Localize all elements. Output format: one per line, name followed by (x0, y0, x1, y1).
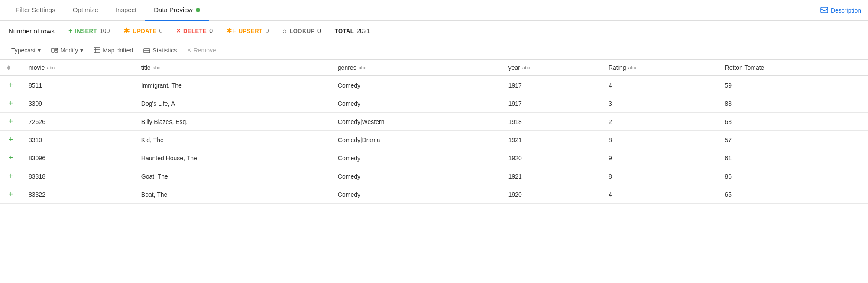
remove-label: Remove (194, 47, 216, 54)
svg-rect-1 (52, 48, 54, 52)
top-nav: Filter Settings Optimize Inspect Data Pr… (0, 0, 868, 21)
genres-col-label: genres (338, 64, 356, 71)
delete-count: 0 (209, 27, 213, 34)
row-count-label: Number of rows (9, 27, 55, 35)
row-genres: Comedy (331, 76, 502, 94)
lookup-stat: ⌕ LOOKUP 0 (282, 27, 321, 35)
upsert-icon: ✱+ (227, 27, 236, 35)
row-insert-action[interactable]: + (0, 113, 22, 131)
update-name: UPDATE (133, 28, 156, 34)
row-insert-action[interactable]: + (0, 94, 22, 113)
movie-col-label: movie (29, 64, 45, 71)
row-rotten: 86 (718, 167, 868, 185)
map-drifted-button[interactable]: Map drifted (89, 45, 137, 55)
statistics-icon (143, 47, 150, 54)
table-row: +8511Immigrant, TheComedy1917459 (0, 76, 868, 94)
tab-filter-settings-label: Filter Settings (16, 6, 55, 13)
statistics-button[interactable]: Statistics (139, 45, 181, 55)
svg-rect-2 (55, 48, 58, 50)
modify-icon (51, 47, 58, 54)
title-col-header[interactable]: title abc (134, 60, 331, 76)
table-row: +83318Goat, TheComedy1921886 (0, 167, 868, 185)
svg-rect-7 (144, 49, 150, 53)
row-rating: 4 (602, 76, 718, 94)
year-col-label: year (508, 64, 520, 71)
row-year: 1917 (502, 94, 602, 113)
lookup-name: LOOKUP (289, 28, 315, 34)
row-year: 1920 (502, 185, 602, 204)
tab-filter-settings[interactable]: Filter Settings (7, 0, 64, 21)
table-row: +83096Haunted House, TheComedy1920961 (0, 149, 868, 167)
tab-optimize[interactable]: Optimize (64, 0, 107, 21)
row-rotten: 61 (718, 149, 868, 167)
table-header-row: movie abc title abc genres abc (0, 60, 868, 76)
map-drifted-icon (94, 47, 100, 54)
svg-rect-4 (94, 48, 100, 53)
map-drifted-label: Map drifted (103, 47, 133, 54)
tab-optimize-label: Optimize (73, 6, 98, 13)
row-genres: Comedy|Western (331, 113, 502, 131)
row-year: 1917 (502, 76, 602, 94)
modify-label: Modify (60, 47, 78, 54)
table-row: +72626Billy Blazes, Esq.Comedy|Western19… (0, 113, 868, 131)
rotten-col-header[interactable]: Rotton Tomate (718, 60, 868, 76)
row-genres: Comedy (331, 94, 502, 113)
upsert-count: 0 (265, 27, 269, 34)
typecast-dropdown-icon: ▾ (38, 47, 41, 54)
row-rotten: 83 (718, 94, 868, 113)
toolbar: Typecast ▾ Modify ▾ Map drifted Statisti… (0, 41, 868, 60)
row-year: 1921 (502, 131, 602, 149)
row-movie: 72626 (22, 113, 134, 131)
total-label: TOTAL (335, 28, 354, 34)
delete-name: DELETE (183, 28, 207, 34)
row-rotten: 65 (718, 185, 868, 204)
description-button[interactable]: Description (820, 7, 861, 14)
sort-icon[interactable] (7, 65, 10, 70)
row-title: Goat, The (134, 167, 331, 185)
typecast-button[interactable]: Typecast ▾ (7, 45, 45, 55)
row-rotten: 57 (718, 131, 868, 149)
row-title: Dog's Life, A (134, 94, 331, 113)
row-insert-action[interactable]: + (0, 131, 22, 149)
typecast-label: Typecast (11, 47, 36, 54)
movie-col-header[interactable]: movie abc (22, 60, 134, 76)
row-year: 1921 (502, 167, 602, 185)
rating-col-header[interactable]: Rating abc (602, 60, 718, 76)
sort-col-header[interactable] (0, 60, 22, 76)
genres-col-header[interactable]: genres abc (331, 60, 502, 76)
row-title: Haunted House, The (134, 149, 331, 167)
tab-inspect[interactable]: Inspect (107, 0, 145, 21)
update-count: 0 (159, 27, 163, 34)
row-movie: 3309 (22, 94, 134, 113)
statistics-label: Statistics (152, 47, 177, 54)
title-col-label: title (141, 64, 151, 71)
total-stat: TOTAL 2021 (335, 27, 370, 34)
row-insert-action[interactable]: + (0, 149, 22, 167)
remove-button[interactable]: × Remove (183, 45, 220, 56)
table-body: +8511Immigrant, TheComedy1917459+3309Dog… (0, 76, 868, 204)
row-genres: Comedy (331, 149, 502, 167)
table-row: +3310Kid, TheComedy|Drama1921857 (0, 131, 868, 149)
tab-data-preview[interactable]: Data Preview (145, 0, 209, 21)
rating-col-label: Rating (609, 64, 626, 71)
row-genres: Comedy (331, 185, 502, 204)
row-rotten: 63 (718, 113, 868, 131)
year-col-type: abc (522, 65, 530, 70)
row-year: 1918 (502, 113, 602, 131)
table-row: +83322Boat, TheComedy1920465 (0, 185, 868, 204)
row-insert-action[interactable]: + (0, 185, 22, 204)
row-title: Boat, The (134, 185, 331, 204)
insert-count: 100 (100, 27, 110, 34)
row-year: 1920 (502, 149, 602, 167)
row-insert-action[interactable]: + (0, 76, 22, 94)
description-label: Description (831, 7, 861, 14)
row-title: Kid, The (134, 131, 331, 149)
year-col-header[interactable]: year abc (502, 60, 602, 76)
row-rotten: 59 (718, 76, 868, 94)
row-insert-action[interactable]: + (0, 167, 22, 185)
remove-icon: × (187, 46, 191, 54)
modify-button[interactable]: Modify ▾ (47, 45, 87, 55)
row-movie: 8511 (22, 76, 134, 94)
rotten-col-label: Rotton Tomate (725, 64, 764, 71)
row-movie: 83318 (22, 167, 134, 185)
